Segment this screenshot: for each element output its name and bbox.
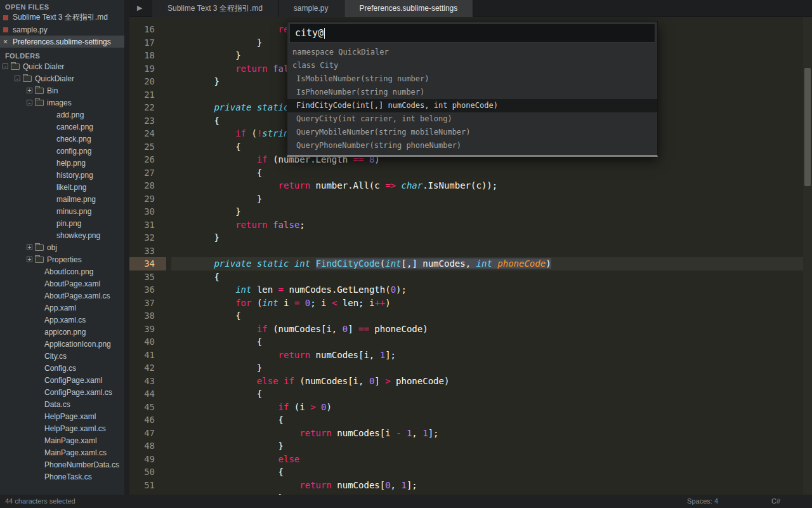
tree-item[interactable]: ApplicationIcon.png [0, 338, 124, 350]
code-line[interactable]: } [171, 439, 806, 453]
tree-item[interactable]: help.png [0, 157, 124, 169]
code-line[interactable]: } [171, 205, 806, 218]
tree-item-label: ConfigPage.xaml [44, 376, 102, 385]
tree-item[interactable]: pin.png [0, 217, 124, 229]
tree-item[interactable]: appicon.png [0, 326, 124, 338]
tree-item[interactable]: mailme.png [0, 193, 124, 205]
tree-item[interactable]: MainPage.xaml [0, 434, 124, 446]
code-line[interactable]: { [171, 309, 806, 323]
code-line[interactable]: else if (numCodes[i, 0] > phoneCode) [171, 375, 806, 388]
line-number: 44 [129, 387, 166, 401]
line-number: 26 [129, 153, 166, 166]
tab[interactable]: Preferences.sublime-settings [344, 0, 474, 17]
line-number: 19 [129, 62, 166, 76]
collapse-icon[interactable]: - [27, 100, 32, 105]
tree-item[interactable]: config.png [0, 145, 124, 157]
expand-icon[interactable]: + [27, 257, 32, 262]
tree-item[interactable]: City.cs [0, 350, 124, 362]
code-line[interactable]: if (numCodes[i, 0] == phoneCode) [171, 323, 806, 336]
tree-item[interactable]: +Properties [0, 253, 124, 265]
open-file-item[interactable]: Sublime Text 3 全程指引.md [0, 11, 124, 23]
code-line[interactable]: int len = numCodes.GetLength(0); [171, 283, 806, 297]
tree-item[interactable]: PhoneNumberData.cs [0, 458, 124, 471]
collapse-icon[interactable]: - [15, 76, 20, 81]
tree-item-label: PhoneTask.cs [44, 472, 92, 481]
tree-item[interactable]: ConfigPage.xaml [0, 374, 124, 386]
tree-item[interactable]: history.png [0, 169, 124, 181]
scrollbar-thumb[interactable] [804, 68, 811, 186]
code-line[interactable]: } [171, 192, 806, 206]
code-line[interactable]: return numCodes[0, 1]; [171, 479, 806, 492]
code-line[interactable]: return false; [171, 218, 806, 232]
tree-item[interactable]: HelpPage.xaml [0, 410, 124, 422]
symbol-item[interactable]: QueryMobileNumber(string mobileNumber) [287, 126, 657, 139]
tree-item[interactable]: -Quick Dialer [0, 60, 124, 72]
tab[interactable]: Sublime Text 3 全程指引.md [152, 0, 278, 17]
code-line[interactable]: if (i > 0) [171, 401, 806, 414]
symbol-item[interactable]: class City [287, 59, 657, 72]
open-file-item[interactable]: ×Preferences.sublime-settings [0, 36, 124, 48]
tree-item[interactable]: AboutPage.xaml.cs [0, 290, 124, 302]
collapse-icon[interactable]: - [3, 64, 8, 69]
symbol-item[interactable]: namespace QuickDialer [287, 46, 657, 59]
tree-item[interactable]: cancel.png [0, 121, 124, 133]
sidebar: OPEN FILES Sublime Text 3 全程指引.mdsample.… [0, 0, 129, 495]
tree-item[interactable]: App.xaml.cs [0, 314, 124, 326]
expand-icon[interactable]: + [27, 244, 32, 250]
code-line[interactable]: return numCodes[i, 1]; [171, 349, 806, 362]
tree-item[interactable]: Data.cs [0, 398, 124, 410]
tree-item-label: ConfigPage.xaml.cs [44, 388, 112, 397]
code-line[interactable]: { [171, 465, 806, 479]
tree-item[interactable]: ConfigPage.xaml.cs [0, 386, 124, 398]
code-line[interactable]: { [171, 271, 806, 284]
code-line[interactable]: } [171, 231, 806, 244]
tree-item[interactable]: App.xaml [0, 302, 124, 314]
tree-item[interactable]: showkey.png [0, 229, 124, 241]
status-indent-setting[interactable]: Spaces: 4 [687, 497, 718, 505]
tree-item[interactable]: check.png [0, 133, 124, 145]
symbol-item[interactable]: QueryCity(int carrier, int belong) [287, 112, 657, 126]
editor[interactable]: 1617181920212223242526272829303132333435… [129, 17, 812, 495]
code-line[interactable]: { [171, 166, 806, 180]
tree-item[interactable]: AboutPage.xaml [0, 277, 124, 290]
code-line[interactable]: } [171, 361, 806, 375]
code-line[interactable]: { [171, 413, 806, 427]
code-line[interactable] [171, 244, 806, 258]
tree-item[interactable]: -images [0, 97, 124, 109]
code-line[interactable]: private static int FindCityCode(int[,] n… [171, 257, 806, 271]
tree-item[interactable]: Config.cs [0, 362, 124, 374]
status-syntax-name[interactable]: C# [771, 497, 780, 505]
tree-item[interactable]: +Bin [0, 84, 124, 97]
tree-item[interactable]: +obj [0, 241, 124, 253]
code-line[interactable]: for (int i = 0; i < len; i++) [171, 297, 806, 310]
symbol-search-input[interactable]: city@ [289, 23, 655, 43]
close-icon[interactable]: × [3, 39, 8, 44]
symbol-item[interactable]: IsMobileNumber(string number) [287, 72, 657, 86]
open-file-item[interactable]: sample.py [0, 23, 124, 36]
tree-item[interactable]: PhoneTask.cs [0, 471, 124, 483]
sidebar-scrollbar[interactable] [124, 0, 129, 495]
line-number: 51 [129, 479, 166, 492]
expand-icon[interactable]: + [27, 88, 32, 93]
tree-item[interactable]: likeit.png [0, 181, 124, 193]
code-line[interactable]: else [171, 453, 806, 466]
code-line[interactable]: { [171, 387, 806, 401]
tree-item[interactable]: MainPage.xaml.cs [0, 446, 124, 458]
tree-item[interactable]: AboutIcon.png [0, 265, 124, 277]
symbol-item[interactable]: FindCityCode(int[,] numCodes, int phoneC… [287, 99, 657, 112]
code-line[interactable]: return number.All(c => char.IsNumber(c))… [171, 179, 806, 192]
line-number: 33 [129, 244, 166, 258]
symbol-item[interactable]: QueryPhoneNumber(string phoneNumber) [287, 139, 657, 152]
tab[interactable]: sample.py [278, 0, 344, 17]
tree-item[interactable]: add.png [0, 109, 124, 121]
tree-item[interactable]: -QuickDialer [0, 72, 124, 84]
file-icon [3, 15, 8, 20]
tree-item[interactable]: HelpPage.xaml.cs [0, 422, 124, 434]
code-line[interactable]: { [171, 335, 806, 349]
tab-overflow-icon[interactable]: ▶ [137, 4, 142, 12]
symbol-item[interactable]: IsPhoneNumber(string number) [287, 86, 657, 99]
editor-scrollbar[interactable] [803, 17, 812, 495]
code-line[interactable]: return numCodes[i - 1, 1]; [171, 427, 806, 440]
tree-item[interactable]: minus.png [0, 205, 124, 217]
line-number: 24 [129, 127, 166, 140]
